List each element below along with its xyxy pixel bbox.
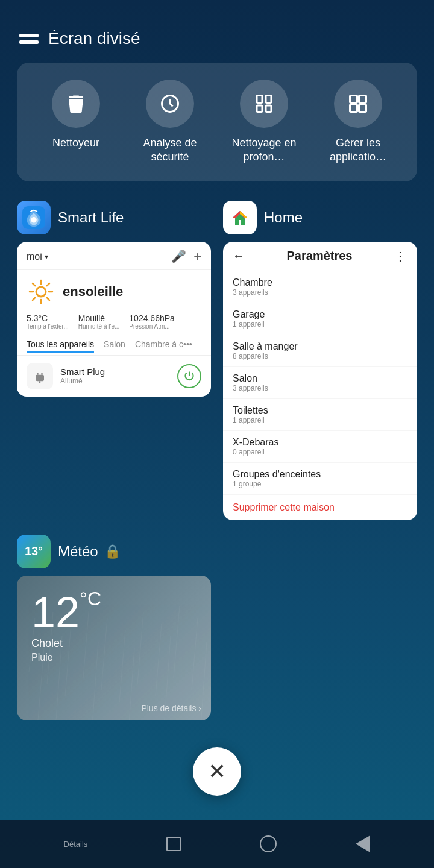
home-app-icon	[223, 201, 257, 234]
home-card[interactable]: Home ← Paramètres ⋮ Chambre 3 appareils …	[223, 201, 417, 520]
home-room-xdebaras[interactable]: X-Debaras 0 appareil	[223, 431, 417, 463]
qa-gerer[interactable]: Gérer les applicatio…	[316, 80, 400, 165]
svg-line-18	[47, 283, 49, 286]
manage-apps-icon	[347, 93, 369, 115]
meteo-header: 13° Météo 🔒	[17, 535, 211, 568]
app-cards-row: Smart Life moi ▾ 🎤 +	[0, 201, 434, 520]
svg-line-27	[47, 612, 53, 684]
home-room-groupes[interactable]: Groupes d'enceintes 1 groupe	[223, 463, 417, 495]
qa-analyse[interactable]: Analyse de sécurité	[128, 80, 212, 165]
room-name-toilettes: Toilettes	[233, 405, 407, 416]
svg-line-32	[137, 612, 143, 684]
home-room-garage[interactable]: Garage 1 appareil	[223, 303, 417, 335]
sl-mic-icon[interactable]: 🎤	[171, 249, 186, 265]
header: Écran divisé	[0, 0, 434, 63]
qa-nettoyage[interactable]: Nettoyage en profon…	[222, 80, 306, 165]
sl-tab-salon[interactable]: Salon	[104, 339, 125, 353]
sl-device-row: Smart Plug Allumé	[17, 356, 211, 397]
svg-line-42	[201, 642, 207, 720]
close-button[interactable]: ✕	[193, 747, 241, 796]
home-preview: ← Paramètres ⋮ Chambre 3 appareils Garag…	[223, 242, 417, 520]
svg-line-26	[29, 618, 35, 672]
svg-line-19	[33, 298, 35, 300]
lock-icon: 🔒	[104, 544, 121, 559]
sl-weather-section: ensoleille	[17, 270, 211, 313]
security-icon	[159, 93, 181, 115]
gerer-icon-circle	[334, 80, 382, 128]
sl-add-icon[interactable]: +	[193, 249, 201, 265]
smart-life-header: Smart Life	[17, 201, 211, 234]
smart-life-logo	[22, 206, 45, 229]
svg-line-37	[38, 648, 44, 720]
qa-nettoyeur[interactable]: Nettoyeur	[34, 80, 118, 165]
sl-temp-label: Temp à l'extér...	[27, 323, 69, 330]
nav-details-label: Détails	[64, 840, 88, 849]
sl-username: moi	[27, 251, 42, 262]
sl-weather-stats: 5.3°C Temp à l'extér... Mouillé Humidité…	[17, 313, 211, 335]
svg-line-40	[128, 648, 134, 720]
smart-life-preview: moi ▾ 🎤 +	[17, 242, 211, 397]
sl-device-name: Smart Plug	[60, 366, 170, 377]
meteo-more-details[interactable]: Plus de détails ›	[141, 703, 201, 713]
room-name-garage: Garage	[233, 309, 407, 320]
sl-user-selector[interactable]: moi ▾	[27, 251, 48, 262]
svg-point-11	[36, 287, 46, 297]
smart-life-app-name: Smart Life	[58, 209, 124, 226]
home-room-salle[interactable]: Salle à manger 8 appareils	[223, 335, 417, 367]
svg-point-10	[31, 217, 37, 223]
sl-tab-chambre[interactable]: Chambre à c•••	[135, 339, 192, 353]
home-room-toilettes[interactable]: Toilettes 1 appareil	[223, 399, 417, 431]
home-preview-header: ← Paramètres ⋮	[223, 242, 417, 271]
analyse-icon-circle	[146, 80, 194, 128]
rain-svg	[17, 600, 211, 720]
sl-power-button[interactable]	[177, 364, 201, 388]
nav-recents-button[interactable]	[166, 837, 181, 851]
sl-top-bar: moi ▾ 🎤 +	[17, 242, 211, 270]
nav-back-button[interactable]	[356, 835, 370, 852]
close-icon: ✕	[208, 759, 226, 784]
sl-weather-condition: ensoleille	[63, 284, 123, 300]
smart-life-card[interactable]: Smart Life moi ▾ 🎤 +	[17, 201, 211, 520]
home-header: Home	[223, 201, 417, 234]
room-count-groupes: 1 groupe	[233, 480, 407, 488]
deep-clean-icon	[253, 93, 275, 115]
quick-actions-card: Nettoyeur Analyse de sécurité Nettoyage …	[17, 63, 417, 181]
home-app-name: Home	[264, 209, 303, 226]
svg-line-29	[83, 606, 89, 678]
svg-line-36	[210, 630, 211, 702]
nav-home-button[interactable]	[260, 835, 277, 852]
empty-right	[223, 535, 417, 720]
sl-device-status: Allumé	[60, 377, 170, 385]
room-count-garage: 1 appareil	[233, 320, 407, 329]
home-more-button[interactable]: ⋮	[394, 249, 407, 263]
sl-tab-all[interactable]: Tous les appareils	[27, 339, 94, 353]
home-delete-button[interactable]: Supprimer cette maison	[223, 495, 417, 520]
smart-plug-icon	[27, 363, 53, 389]
svg-line-31	[119, 630, 125, 702]
home-back-button[interactable]: ←	[233, 249, 245, 263]
svg-line-34	[174, 606, 180, 678]
room-name-chambre: Chambre	[233, 277, 407, 288]
meteo-name-row: Météo 🔒	[58, 543, 121, 560]
sl-temp-stat: 5.3°C Temp à l'extér...	[27, 313, 69, 330]
svg-line-16	[33, 283, 35, 286]
nettoyeur-icon-circle	[52, 80, 100, 128]
home-room-chambre[interactable]: Chambre 3 appareils	[223, 271, 417, 303]
meteo-card[interactable]: 13° Météo 🔒	[17, 535, 211, 720]
trash-icon	[65, 93, 87, 115]
room-name-groupes: Groupes d'enceintes	[233, 469, 407, 480]
room-count-chambre: 3 appareils	[233, 288, 407, 297]
svg-rect-4	[266, 105, 271, 112]
room-count-salon: 3 appareils	[233, 384, 407, 392]
gerer-label: Gérer les applicatio…	[316, 136, 400, 165]
room-name-xdebaras: X-Debaras	[233, 437, 407, 448]
room-count-salle: 8 appareils	[233, 352, 407, 360]
svg-rect-3	[257, 105, 262, 112]
bottom-nav: Détails	[0, 820, 434, 868]
home-room-salon[interactable]: Salon 3 appareils	[223, 367, 417, 399]
back-icon	[356, 835, 370, 852]
split-screen-icon	[19, 34, 39, 44]
room-name-salle: Salle à manger	[233, 341, 407, 352]
svg-rect-1	[257, 96, 262, 103]
nav-details[interactable]: Détails	[64, 840, 88, 849]
